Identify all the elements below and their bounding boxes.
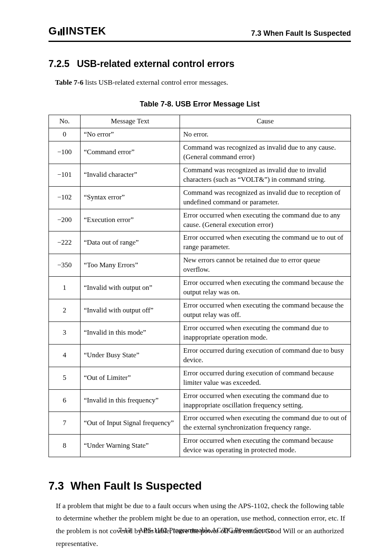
intro-rest: lists USB-related external control error… — [83, 78, 228, 86]
cell-no: 7 — [49, 412, 81, 435]
table-row: −200“Execution error”Error occurred when… — [49, 209, 351, 231]
table-row: −101“Invalid character”Command was recog… — [49, 164, 351, 186]
cell-message: “Invalid character” — [81, 164, 180, 186]
cell-no: −102 — [49, 186, 81, 209]
table-row: 8“Under Warning State”Error occurred whe… — [49, 435, 351, 457]
heading-text: USB-related external control errors — [77, 58, 234, 69]
cell-cause: Error occurred during execution of comma… — [180, 344, 351, 367]
table-header-row: No. Message Text Cause — [49, 115, 351, 128]
table-row: −222“Data out of range”Error occurred wh… — [49, 231, 351, 254]
cell-cause: Error occurred when executing the comman… — [180, 389, 351, 412]
logo-bars-icon — [58, 27, 65, 35]
footer-doc-title: APS-1102 Programmable AC/DC Power Source — [138, 526, 274, 534]
col-header-msg: Message Text — [81, 115, 180, 128]
cell-message: “Invalid in this mode” — [81, 321, 180, 344]
table-row: 6“Invalid in this frequency”Error occurr… — [49, 389, 351, 412]
cell-message: “Invalid in this frequency” — [81, 389, 180, 412]
cell-cause: Error occurred when executing the comman… — [180, 209, 351, 231]
cell-message: “Out of Limiter” — [81, 367, 180, 389]
cell-no: 5 — [49, 367, 81, 389]
cell-message: “Invalid with output off” — [81, 299, 180, 322]
cell-cause: Error occurred during execution of comma… — [180, 367, 351, 389]
page-footer: 7-13APS-1102 Programmable AC/DC Power So… — [0, 526, 392, 535]
cell-cause: Error occurred when executing the comman… — [180, 321, 351, 344]
cell-cause: Command was recognized as invalid due to… — [180, 141, 351, 164]
cell-message: “Command error” — [81, 141, 180, 164]
cell-message: “Invalid with output on” — [81, 277, 180, 299]
cell-no: 0 — [49, 128, 81, 141]
header-section-title: 7.3 When Fault Is Suspected — [251, 28, 351, 38]
table-row: 5“Out of Limiter”Error occurred during e… — [49, 367, 351, 389]
cell-no: 3 — [49, 321, 81, 344]
error-message-table: No. Message Text Cause 0“No error”No err… — [48, 115, 351, 457]
cell-message: “Too Many Errors” — [81, 254, 180, 277]
cell-message: “Under Busy State” — [81, 344, 180, 367]
cell-no: −222 — [49, 231, 81, 254]
section-7-3-paragraph: If a problem that might be due to a faul… — [56, 500, 351, 550]
table-row: 7“Out of Input Signal frequency”Error oc… — [49, 412, 351, 435]
cell-message: “Data out of range” — [81, 231, 180, 254]
table-row: 2“Invalid with output off”Error occurred… — [49, 299, 351, 322]
col-header-cause: Cause — [180, 115, 351, 128]
cell-cause: Error occurred when executing the comman… — [180, 412, 351, 435]
heading-number: 7.2.5 — [48, 58, 69, 69]
table-row: 3“Invalid in this mode”Error occurred wh… — [49, 321, 351, 344]
cell-message: “Out of Input Signal frequency” — [81, 412, 180, 435]
table-row: 4“Under Busy State”Error occurred during… — [49, 344, 351, 367]
cell-cause: Error occurred when executing the comman… — [180, 435, 351, 457]
heading-number: 7.3 — [48, 480, 64, 492]
table-row: −102“Syntax error”Command was recognized… — [49, 186, 351, 209]
table-row: 0“No error”No error. — [49, 128, 351, 141]
cell-message: “Under Warning State” — [81, 435, 180, 457]
cell-cause: Error occurred when executing the comman… — [180, 231, 351, 254]
intro-paragraph: Table 7-6 lists USB-related external con… — [55, 78, 351, 88]
logo-suffix: INSTEK — [66, 24, 106, 38]
cell-no: 8 — [49, 435, 81, 457]
cell-no: −100 — [49, 141, 81, 164]
cell-cause: Command was recognized as invalid due to… — [180, 164, 351, 186]
table-row: −350“Too Many Errors”New errors cannot b… — [49, 254, 351, 277]
brand-logo: G INSTEK — [48, 24, 106, 38]
logo-letter-g: G — [48, 24, 57, 38]
cell-no: 1 — [49, 277, 81, 299]
cell-no: −350 — [49, 254, 81, 277]
cell-cause: Error occurred when executing the comman… — [180, 277, 351, 299]
table-row: −100“Command error”Command was recognize… — [49, 141, 351, 164]
cell-no: −200 — [49, 209, 81, 231]
table-title: Table 7-8. USB Error Message List — [48, 99, 351, 109]
cell-message: “Syntax error” — [81, 186, 180, 209]
cell-cause: New errors cannot be retained due to err… — [180, 254, 351, 277]
cell-no: 4 — [49, 344, 81, 367]
heading-7-2-5: 7.2.5USB-related external control errors — [48, 58, 351, 70]
heading-7-3: 7.3When Fault Is Suspected — [48, 479, 351, 493]
intro-table-ref: Table 7-6 — [55, 78, 83, 86]
cell-cause: Command was recognized as invalid due to… — [180, 186, 351, 209]
footer-page-number: 7-13 — [118, 526, 131, 534]
table-row: 1“Invalid with output on”Error occurred … — [49, 277, 351, 299]
col-header-no: No. — [49, 115, 81, 128]
cell-cause: Error occurred when executing the comman… — [180, 299, 351, 322]
cell-no: 2 — [49, 299, 81, 322]
cell-cause: No error. — [180, 128, 351, 141]
cell-no: 6 — [49, 389, 81, 412]
heading-text: When Fault Is Suspected — [71, 480, 202, 492]
cell-message: “No error” — [81, 128, 180, 141]
page-header: G INSTEK 7.3 When Fault Is Suspected — [48, 24, 351, 42]
cell-no: −101 — [49, 164, 81, 186]
cell-message: “Execution error” — [81, 209, 180, 231]
